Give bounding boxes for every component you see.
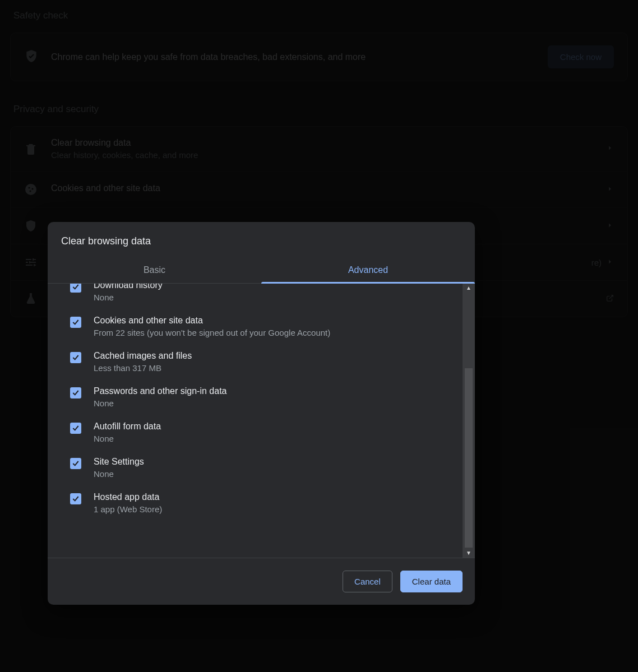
option-row: Site SettingsNone	[70, 450, 460, 485]
clear-data-button[interactable]: Clear data	[400, 571, 463, 592]
option-title: Autofill form data	[94, 421, 161, 432]
option-title: Download history	[94, 284, 163, 290]
tab-basic[interactable]: Basic	[48, 258, 261, 283]
option-title: Passwords and other sign-in data	[94, 386, 226, 396]
tab-advanced[interactable]: Advanced	[261, 258, 475, 283]
option-title: Hosted app data	[94, 492, 162, 502]
checkbox[interactable]	[70, 284, 81, 293]
option-subtitle: None	[94, 398, 226, 408]
scroll-down-arrow[interactable]: ▼	[463, 549, 475, 558]
scroll-up-arrow[interactable]: ▲	[463, 284, 475, 293]
checkbox[interactable]	[70, 458, 81, 469]
option-row: Hosted app data1 app (Web Store)	[70, 485, 460, 521]
dialog-tabs: Basic Advanced	[48, 258, 475, 284]
option-title: Cookies and other site data	[94, 316, 330, 326]
option-title: Cached images and files	[94, 351, 192, 361]
option-title: Site Settings	[94, 457, 144, 467]
option-subtitle: From 22 sites (you won't be signed out o…	[94, 328, 330, 337]
option-row: Download historyNone	[70, 284, 460, 309]
scrollbar[interactable]: ▲ ▼	[463, 284, 475, 558]
clear-browsing-data-dialog: Clear browsing data Basic Advanced Downl…	[48, 222, 475, 605]
option-subtitle: 1 app (Web Store)	[94, 504, 162, 514]
option-subtitle: None	[94, 434, 161, 443]
checkbox[interactable]	[70, 387, 81, 398]
checkbox[interactable]	[70, 317, 81, 328]
checkbox[interactable]	[70, 423, 81, 434]
option-row: Autofill form dataNone	[70, 415, 460, 450]
option-subtitle: None	[94, 293, 163, 302]
cancel-button[interactable]: Cancel	[343, 571, 392, 592]
dialog-title: Clear browsing data	[48, 222, 475, 258]
checkbox[interactable]	[70, 352, 81, 363]
checkbox[interactable]	[70, 493, 81, 504]
option-subtitle: Less than 317 MB	[94, 363, 192, 373]
option-subtitle: None	[94, 469, 144, 479]
option-row: Passwords and other sign-in dataNone	[70, 379, 460, 415]
scrollbar-thumb[interactable]	[465, 368, 473, 548]
option-row: Cookies and other site dataFrom 22 sites…	[70, 309, 460, 344]
option-row: Cached images and filesLess than 317 MB	[70, 344, 460, 379]
